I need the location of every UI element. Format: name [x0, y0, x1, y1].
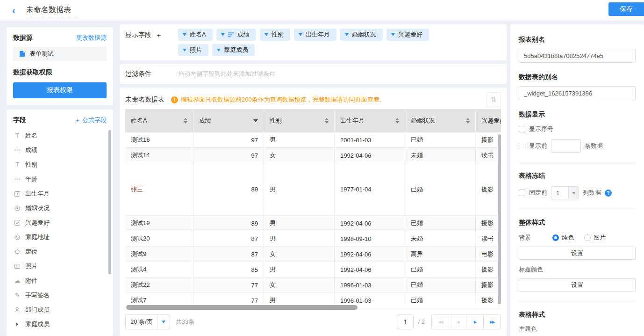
page-number-input[interactable]: 1: [398, 314, 414, 329]
first-page-button[interactable]: ◂◂: [431, 314, 449, 329]
display-field-tag-label: 家庭成员: [224, 46, 248, 54]
text-icon: T: [13, 132, 21, 139]
column-header[interactable]: 性别: [264, 109, 335, 132]
sort-asc-icon: [466, 118, 470, 120]
add-formula-field-link[interactable]: ＋ 公式字段: [74, 116, 107, 124]
horizontal-scrollbar[interactable]: [126, 305, 358, 310]
field-item[interactable]: 家庭地址: [13, 230, 107, 244]
tag-row: 照片家庭成员: [178, 44, 429, 56]
display-field-tag[interactable]: 家庭成员: [212, 44, 255, 56]
add-display-field-button[interactable]: ＋: [155, 31, 162, 56]
field-item[interactable]: 照片: [13, 259, 107, 273]
signature-icon: ✎: [13, 292, 21, 299]
table-cell: 已婚: [405, 163, 476, 216]
column-header-label: 成绩: [199, 117, 211, 125]
radio-unselected-icon: [584, 234, 591, 241]
table-cell: 测试14: [125, 148, 193, 163]
field-item[interactable]: 123年龄: [13, 172, 107, 186]
page-size-select[interactable]: 20 条/页: [125, 314, 170, 329]
svg-text:7: 7: [16, 193, 18, 196]
sort-arrows-icon[interactable]: [466, 118, 470, 124]
save-button[interactable]: 保存: [608, 2, 644, 16]
display-field-tag[interactable]: 婚姻状况: [340, 29, 383, 41]
field-item[interactable]: 部门成员: [13, 302, 107, 317]
field-item[interactable]: 7出生年月: [13, 186, 107, 201]
title-color-label: 标题颜色: [519, 265, 636, 274]
field-item[interactable]: 婚姻状况: [13, 201, 107, 215]
table-alias-input[interactable]: [519, 86, 636, 100]
field-item[interactable]: T性别: [13, 157, 107, 172]
row-limit-input[interactable]: [551, 139, 581, 153]
fields-scrollbar[interactable]: [108, 130, 111, 274]
display-field-tag[interactable]: 姓名A: [178, 29, 213, 41]
show-index-checkbox[interactable]: [519, 126, 525, 132]
table-cell: 测试7: [125, 293, 193, 304]
show-index-label: 显示序号: [529, 125, 553, 133]
field-item[interactable]: 家庭成员: [13, 317, 107, 331]
background-set-button[interactable]: 设置: [519, 247, 636, 260]
last-page-button[interactable]: ▸▸: [483, 314, 501, 329]
next-page-button[interactable]: ▸: [466, 314, 484, 329]
field-item[interactable]: ☁附件: [13, 273, 107, 288]
back-icon[interactable]: ‹: [12, 5, 15, 16]
page-title[interactable]: 未命名数据表: [26, 5, 77, 17]
table-cell: 未婚: [405, 148, 476, 163]
sort-desc-icon[interactable]: [253, 119, 258, 122]
sort-arrows-icon[interactable]: [325, 118, 329, 124]
datasource-item[interactable]: 表单测试: [13, 47, 107, 61]
field-item-label: 成绩: [25, 146, 37, 154]
display-field-tag[interactable]: 性别: [260, 29, 290, 41]
column-header[interactable]: 成绩: [193, 109, 264, 132]
report-permission-button[interactable]: 报表权限: [13, 82, 107, 98]
table-cell: 已婚: [405, 262, 476, 278]
table-vertical-scrollbar[interactable]: [498, 134, 501, 304]
table-row: 测试2087男1998-09-10未婚读书: [125, 231, 501, 247]
fields-card: 字段 ＋ 公式字段 T姓名123成绩T性别123年龄7出生年月婚姻状况兴趣爱好家…: [7, 110, 113, 336]
filter-dropzone[interactable]: 拖动左侧字段到此处来添加过滤条件: [178, 70, 275, 78]
data-table: 姓名A成绩性别出生年月婚姻状况兴趣爱好 测试1697男2001-01-03已婚摄…: [125, 109, 501, 304]
chevron-down-icon: [221, 33, 225, 36]
datasource-title: 数据源: [13, 34, 33, 42]
tag-row: 姓名A成绩性别出生年月婚姻状况兴趣爱好: [178, 29, 429, 41]
show-first-checkbox[interactable]: [519, 143, 525, 149]
field-item[interactable]: 定位: [13, 244, 107, 259]
help-icon[interactable]: ?: [605, 190, 612, 197]
table-header: 姓名A成绩性别出生年月婚姻状况兴趣爱好: [125, 109, 501, 132]
table-cell: 89: [193, 163, 264, 216]
field-item[interactable]: 兴趣爱好: [13, 215, 107, 230]
top-bar: ‹ 未命名数据表 保存: [0, 0, 644, 21]
column-header[interactable]: 出生年月: [335, 109, 405, 132]
display-field-tag[interactable]: 出生年月: [294, 29, 336, 41]
title-color-set-button[interactable]: 设置: [519, 278, 636, 292]
number-icon: 123: [13, 177, 21, 181]
column-header[interactable]: 姓名A: [125, 109, 193, 132]
display-field-tag[interactable]: 照片: [178, 44, 208, 56]
number-icon: 123: [13, 148, 21, 152]
main-area: 显示字段 ＋ 姓名A成绩性别出生年月婚姻状况兴趣爱好照片家庭成员 过滤条件 拖动…: [120, 24, 507, 336]
report-alias-input[interactable]: [519, 49, 636, 63]
field-item[interactable]: 123成绩: [13, 143, 107, 157]
sort-desc-icon: [466, 121, 470, 124]
display-fields-label: 显示字段: [125, 31, 151, 56]
table-cell[interactable]: 张三: [125, 163, 193, 216]
freeze-checkbox[interactable]: [519, 190, 525, 196]
sort-asc-icon: [395, 118, 399, 120]
sort-arrows-icon[interactable]: [184, 118, 187, 124]
row-height-toggle-button[interactable]: ⇅: [486, 92, 501, 107]
subform-icon: [13, 322, 21, 327]
sort-arrows-icon[interactable]: [395, 118, 399, 124]
prev-page-button[interactable]: ◂: [449, 314, 466, 329]
column-header[interactable]: 兴趣爱好: [476, 109, 501, 132]
field-item[interactable]: T姓名: [13, 128, 107, 143]
freeze-count-select[interactable]: 1: [551, 186, 579, 199]
display-field-tag[interactable]: 兴趣爱好: [386, 29, 429, 41]
change-datasource-link[interactable]: 更改数据源: [76, 34, 107, 42]
formula-field-label: 公式字段: [82, 117, 107, 124]
field-item[interactable]: ✎手写签名: [13, 288, 107, 302]
column-header-label: 婚姻状况: [411, 117, 435, 125]
column-header[interactable]: 婚姻状况: [405, 109, 476, 132]
display-field-tag[interactable]: 成绩: [216, 29, 256, 41]
attachment-icon: ☁: [13, 277, 21, 284]
image-bg-radio[interactable]: 图片: [584, 234, 606, 242]
solid-color-radio[interactable]: 纯色: [552, 234, 574, 242]
